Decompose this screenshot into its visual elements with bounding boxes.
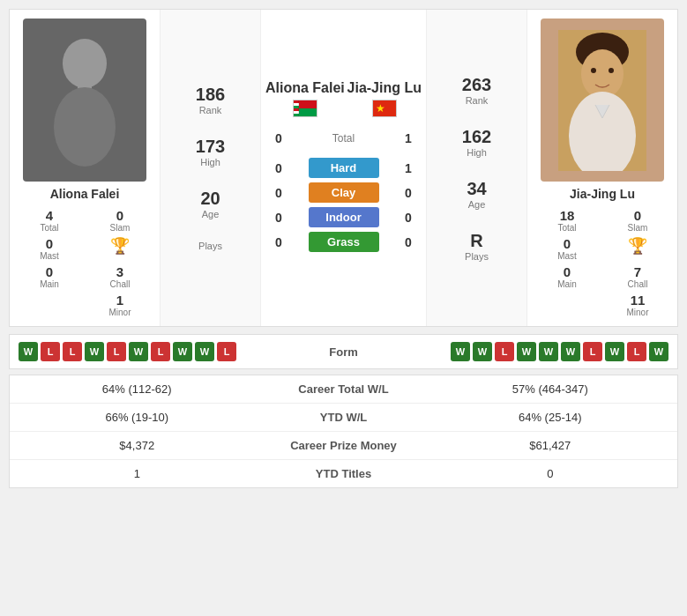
right-minor-value: 11 [631, 293, 646, 308]
hard-right-score: 1 [395, 161, 422, 175]
surface-row-indoor: 0 Indoor 0 [265, 207, 422, 227]
left-high-label: High [200, 157, 220, 167]
right-chall-label: Chall [628, 279, 648, 289]
total-left-score: 0 [265, 131, 292, 145]
hard-label: Hard [292, 158, 395, 178]
comparison-row: $4,372 Career Prize Money $61,427 [10, 432, 677, 460]
form-badge-left: W [173, 342, 192, 361]
right-total-stat: 18 Total [536, 208, 598, 233]
right-rank-value: 263 [462, 75, 491, 95]
surface-row-clay: 0 Clay 0 [265, 182, 422, 203]
form-badge-left: W [85, 342, 104, 361]
left-main-stat: 0 Main [19, 264, 80, 289]
left-age-stat: 20 Age [200, 189, 220, 219]
right-mast-value: 0 [564, 236, 571, 251]
right-rank-stat: 263 Rank [462, 75, 491, 106]
left-player-header: Aliona Falei [265, 80, 345, 96]
right-total-label: Total [557, 223, 576, 233]
right-trophy: 🏆 [607, 236, 668, 261]
comparison-right-value: 0 [432, 467, 669, 480]
left-chall-label: Chall [110, 279, 131, 289]
left-main-value: 0 [46, 264, 53, 279]
comparison-label: YTD Titles [256, 467, 432, 480]
form-badge-left: L [41, 342, 60, 361]
right-minor-stat: 11 Minor [607, 293, 668, 317]
left-plays-stat: Plays [198, 241, 222, 251]
svg-point-5 [581, 49, 624, 99]
player-left: Aliona Falei 4 Total 0 Slam 0 Mast 🏆 [10, 10, 160, 326]
hard-badge: Hard [309, 158, 379, 178]
left-minor-value: 1 [116, 293, 123, 308]
center-section: Aliona Falei Jia-Jing Lu 0 Total 1 [261, 10, 426, 326]
right-slam-label: Slam [628, 223, 648, 233]
left-high-value: 173 [196, 137, 225, 157]
form-badge-right: L [495, 342, 514, 361]
left-player-name: Aliona Falei [50, 187, 120, 201]
comparison-right-value: 57% (464-347) [432, 382, 669, 396]
comparison-label: YTD W/L [256, 411, 432, 424]
left-age-value: 20 [200, 189, 220, 209]
left-trophy: 🏆 [89, 236, 151, 261]
right-minor-label: Minor [626, 308, 648, 317]
right-high-stat: 162 High [462, 127, 491, 158]
right-age-stat: 34 Age [467, 179, 486, 210]
left-minor-label: Minor [108, 308, 131, 317]
right-slam-value: 0 [634, 208, 641, 223]
main-container: Aliona Falei 4 Total 0 Slam 0 Mast 🏆 [0, 0, 687, 497]
surface-rows: 0 Hard 1 0 Clay 0 0 Indoor [265, 154, 422, 256]
right-flag [372, 100, 397, 117]
left-rank-stat: 186 Rank [196, 85, 225, 115]
right-age-label: Age [468, 199, 486, 210]
form-title: Form [329, 345, 358, 359]
comparison-right-value: 64% (25-14) [432, 411, 669, 424]
svg-point-2 [54, 87, 116, 167]
left-mast-label: Mast [40, 251, 59, 261]
right-form-badges: WWLWWWLWLW [451, 342, 668, 361]
left-trophy-icon: 🏆 [110, 236, 130, 256]
indoor-left-score: 0 [265, 211, 292, 225]
left-rank-value: 186 [196, 85, 225, 105]
left-high-stat: 173 High [196, 137, 225, 167]
left-total-value: 4 [46, 208, 53, 223]
comparison-right-value: $61,427 [432, 439, 669, 452]
comparison-left-value: 64% (112-62) [19, 382, 256, 396]
comparison-row: 1 YTD Titles 0 [10, 460, 677, 487]
left-plays-label: Plays [198, 241, 222, 251]
indoor-badge: Indoor [309, 207, 379, 227]
grass-label: Grass [292, 232, 395, 252]
total-row: 0 Total 1 [265, 131, 422, 145]
form-badge-left: L [151, 342, 170, 361]
right-player-name: Jia-Jing Lu [570, 187, 635, 201]
clay-right-score: 0 [395, 186, 422, 200]
clay-left-score: 0 [265, 186, 292, 200]
comparison-label: Career Prize Money [256, 439, 432, 452]
left-mast-value: 0 [46, 236, 53, 251]
right-main-value: 0 [564, 264, 571, 279]
left-flag [293, 100, 317, 117]
left-total-label: Total [40, 223, 58, 233]
form-badge-left: L [217, 342, 236, 361]
form-badge-right: W [473, 342, 492, 361]
right-stats-panel: 263 Rank 162 High 34 Age R Plays [426, 10, 527, 326]
left-mast-stat: 0 Mast [19, 236, 80, 261]
comparison-left-value: 66% (19-10) [19, 411, 256, 424]
player-comparison: Aliona Falei 4 Total 0 Slam 0 Mast 🏆 [9, 9, 678, 327]
right-high-value: 162 [462, 127, 491, 147]
comparison-label: Career Total W/L [256, 382, 432, 396]
left-total-stat: 4 Total [19, 208, 80, 233]
left-chall-stat: 3 Chall [89, 264, 151, 289]
right-plays-value: R [470, 231, 482, 251]
left-minor-stat: 1 Minor [89, 293, 151, 317]
hard-left-score: 0 [265, 161, 292, 175]
form-badge-right: L [627, 342, 646, 361]
indoor-right-score: 0 [395, 211, 422, 225]
form-badge-right: W [517, 342, 536, 361]
surface-row-hard: 0 Hard 1 [265, 158, 422, 178]
stats-rows: 64% (112-62) Career Total W/L 57% (464-3… [9, 375, 678, 488]
form-badge-left: W [195, 342, 214, 361]
indoor-label: Indoor [292, 207, 395, 227]
surface-row-grass: 0 Grass 0 [265, 232, 422, 252]
clay-label: Clay [292, 182, 395, 203]
right-rank-label: Rank [466, 95, 489, 106]
right-slam-stat: 0 Slam [607, 208, 668, 233]
